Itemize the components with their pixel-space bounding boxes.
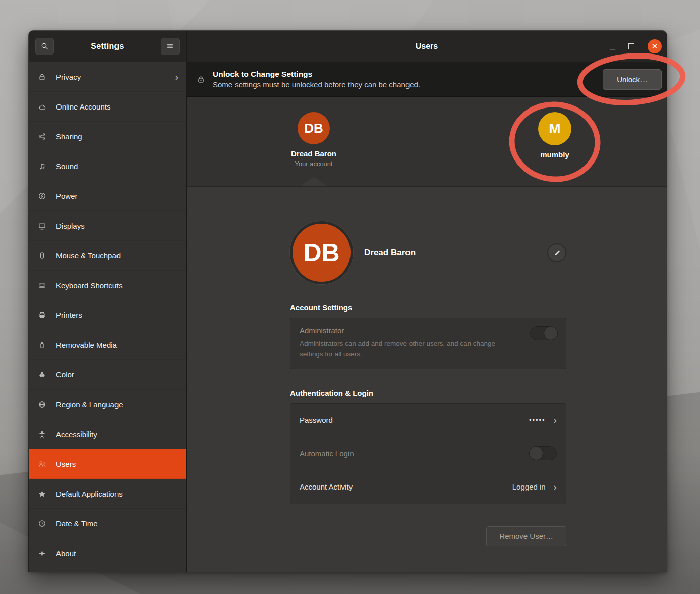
carousel-user-dread-baron[interactable]: DBDread BaronYour account: [291, 112, 336, 168]
sidebar-item-privacy[interactable]: Privacy›: [29, 62, 186, 92]
menu-button[interactable]: [161, 38, 180, 55]
sidebar-item-default-applications[interactable]: Default Applications: [29, 479, 186, 509]
selected-user-pointer: [300, 177, 327, 186]
row-label: Automatic Login: [300, 449, 354, 458]
search-button[interactable]: [35, 38, 54, 55]
unlock-banner-text: Unlock to Change Settings Some settings …: [213, 70, 420, 89]
app-title: Settings: [91, 42, 124, 51]
section-heading-authentication: Authentication & Login: [290, 389, 566, 397]
carousel-user-name: Dread Baron: [291, 149, 336, 158]
keyboard-icon: [38, 281, 48, 290]
titlebar: Settings Users – ✕: [29, 31, 667, 62]
administrator-toggle[interactable]: [530, 326, 558, 340]
sidebar-item-mouse-touchpad[interactable]: Mouse & Touchpad: [29, 241, 186, 271]
sidebar-item-power[interactable]: Power: [29, 181, 186, 211]
lock-icon: [38, 73, 48, 81]
cloud-icon: [38, 102, 48, 111]
sidebar-item-label: Accessibility: [56, 430, 97, 439]
pencil-icon: [553, 248, 561, 257]
color-icon: [38, 370, 48, 379]
sparkle-icon: [38, 549, 48, 558]
user-carousel: DBDread BaronYour accountMmumbly: [187, 97, 667, 187]
sidebar-item-label: Removable Media: [56, 341, 117, 349]
page-title: Users: [416, 42, 438, 51]
authentication-card: Password•••••›Automatic LoginAccount Act…: [290, 403, 566, 504]
sidebar-item-color[interactable]: Color: [29, 360, 186, 390]
sidebar-item-label: Users: [56, 460, 76, 468]
sidebar-item-label: About: [56, 549, 76, 558]
sidebar-item-date-time[interactable]: Date & Time: [29, 509, 186, 538]
row-value-area: •••••›: [529, 415, 557, 425]
sidebar-item-label: Region & Language: [56, 400, 123, 409]
sidebar-item-about[interactable]: About: [29, 538, 186, 568]
power-icon: [38, 192, 48, 200]
chevron-right-icon: ›: [554, 482, 557, 492]
sidebar-item-label: Date & Time: [56, 519, 98, 528]
sidebar-item-label: Privacy: [56, 73, 81, 81]
avatar: DB: [290, 221, 353, 284]
password-dots: •••••: [529, 416, 546, 424]
avatar: M: [538, 112, 571, 145]
row-account-activity[interactable]: Account ActivityLogged in›: [290, 470, 566, 504]
unlock-banner-subtitle: Some settings must be unlocked before th…: [213, 80, 420, 89]
profile-row: DB Dread Baron: [290, 221, 566, 284]
lock-icon: [197, 75, 205, 84]
sidebar-item-keyboard-shortcuts[interactable]: Keyboard Shortcuts: [29, 271, 186, 300]
sidebar-item-displays[interactable]: Displays: [29, 211, 186, 241]
row-label: Account Activity: [300, 482, 353, 491]
usb-icon: [38, 341, 48, 349]
sidebar-item-accessibility[interactable]: Accessibility: [29, 419, 186, 449]
chevron-right-icon: ›: [175, 72, 178, 82]
unlock-button[interactable]: Unlock…: [603, 69, 662, 90]
chevron-right-icon: ›: [554, 415, 557, 425]
settings-window: Settings Users – ✕ Privacy›Online Accoun…: [29, 31, 667, 572]
accessibility-icon: [38, 430, 48, 439]
automatic-login-toggle[interactable]: [529, 446, 557, 460]
profile-name: Dread Baron: [364, 248, 416, 258]
sidebar-item-label: Displays: [56, 222, 85, 230]
maximize-button[interactable]: [628, 43, 634, 49]
sound-icon: [38, 162, 48, 171]
sidebar-item-region-language[interactable]: Region & Language: [29, 390, 186, 419]
unlock-banner: Unlock to Change Settings Some settings …: [187, 62, 667, 97]
window-controls: – ✕: [610, 31, 662, 62]
sidebar-nav: Privacy›Online AccountsSharingSoundPower…: [29, 62, 187, 572]
share-icon: [38, 132, 48, 141]
carousel-user-mumbly[interactable]: Mmumbly: [538, 112, 571, 159]
desktop: { "sidebar": { "title": "Settings", "ite…: [0, 0, 700, 594]
sidebar-item-label: Sharing: [56, 132, 82, 141]
printer-icon: [38, 311, 48, 319]
users-icon: [38, 460, 48, 468]
row-password[interactable]: Password•••••›: [290, 404, 566, 437]
avatar: DB: [298, 112, 330, 144]
mouse-icon: [38, 251, 48, 260]
clock-icon: [38, 519, 48, 528]
sidebar-item-label: Mouse & Touchpad: [56, 251, 121, 260]
remove-user-button[interactable]: Remove User…: [486, 526, 566, 546]
row-value-area: Logged in›: [512, 482, 557, 492]
close-button[interactable]: ✕: [648, 39, 662, 53]
hamburger-menu-icon: [166, 42, 174, 50]
carousel-user-name: mumbly: [538, 150, 571, 159]
sidebar-item-removable-media[interactable]: Removable Media: [29, 330, 186, 360]
sidebar-item-sound[interactable]: Sound: [29, 151, 186, 181]
display-icon: [38, 222, 48, 230]
main-titlebar: Users – ✕: [187, 31, 667, 62]
globe-icon: [38, 400, 48, 409]
star-icon: [38, 490, 48, 498]
toggle-knob: [529, 446, 543, 460]
toggle-knob: [544, 326, 558, 340]
administrator-label: Administrator: [300, 326, 557, 335]
sidebar-item-online-accounts[interactable]: Online Accounts: [29, 92, 186, 122]
sidebar-item-sharing[interactable]: Sharing: [29, 122, 186, 151]
minimize-button[interactable]: –: [610, 39, 615, 53]
sidebar-item-label: Sound: [56, 162, 78, 171]
sidebar-item-label: Color: [56, 370, 74, 379]
sidebar-item-printers[interactable]: Printers: [29, 300, 186, 330]
edit-avatar-button[interactable]: [547, 243, 566, 262]
sidebar-header: Settings: [29, 31, 187, 62]
sidebar-item-label: Printers: [56, 311, 82, 319]
user-panel: DB Dread Baron Account Settings Administ…: [187, 187, 667, 572]
sidebar-item-label: Power: [56, 192, 78, 200]
sidebar-item-users[interactable]: Users: [29, 449, 186, 479]
